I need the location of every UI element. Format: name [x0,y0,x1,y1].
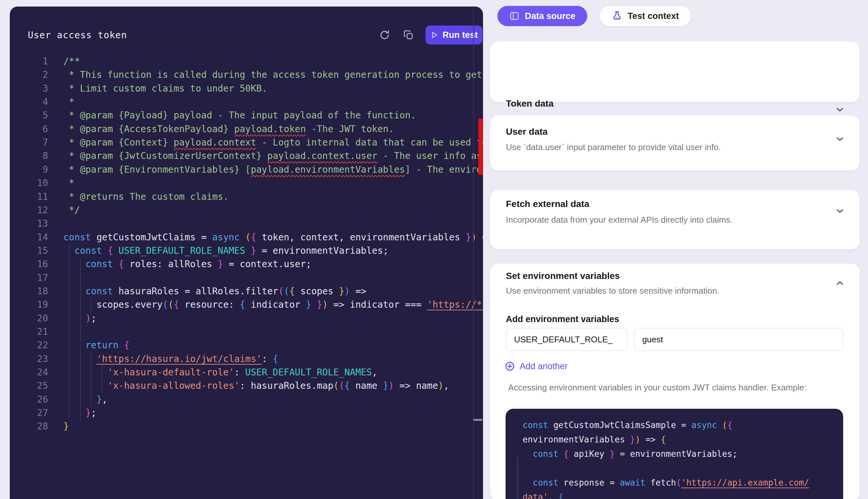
code-line[interactable]: 10 * [23,176,483,190]
code-line[interactable]: 6 * @param {AccessTokenPayload} payload.… [23,122,483,136]
line-number: 10 [23,176,48,190]
code-line[interactable]: 2 * This function is called during the a… [23,68,483,82]
code-line[interactable]: 16 const { roles: allRoles } = context.u… [23,257,483,271]
refresh-icon [379,29,391,42]
card-title: Fetch external data [506,199,589,209]
chevron-up-icon [835,284,845,289]
code-line[interactable]: 21 [23,325,483,339]
sample-code-line: environmentVariables }) => { [523,432,843,447]
add-another-button[interactable]: Add another [505,361,568,372]
circle-plus-icon [505,361,515,372]
indent-guide [69,325,70,339]
tab-data-source[interactable]: Data source [498,6,587,26]
expand-fetch-external-button[interactable] [835,206,845,216]
line-number: 23 [23,352,48,366]
card-title: User data [506,126,548,137]
sample-code-line [523,461,843,475]
line-number: 12 [23,203,48,217]
chevron-down-icon [835,111,845,116]
refresh-button[interactable] [377,28,392,42]
sample-code-block: const getCustomJwtClaimsSample = async (… [506,409,843,499]
line-number: 7 [23,136,48,149]
card-fetch-external-data: Fetch external data Incorporate data fro… [490,190,859,249]
card-title: Token data [506,98,554,109]
copy-icon [403,29,414,41]
code-line[interactable]: 13 [23,217,483,231]
copy-button[interactable] [401,28,416,42]
line-number: 20 [23,312,48,325]
chevron-down-icon [835,212,845,217]
code-line[interactable]: 15 const { USER_DEFAULT_ROLE_NAMES } = e… [23,244,483,258]
sample-code-line: data', { [523,490,843,499]
line-number: 14 [23,231,48,244]
editor-title: User access token [28,29,127,41]
code-line[interactable]: 28} [23,419,483,433]
code-line[interactable]: 17 [23,271,483,285]
sample-indent-guide [517,457,518,499]
line-number: 22 [23,339,48,352]
expand-token-data-button[interactable] [835,104,845,115]
code-line[interactable]: 1/** [23,54,483,68]
line-number: 17 [23,271,48,285]
card-subtitle: Use `data.user` input parameter to provi… [506,142,721,153]
add-another-label: Add another [520,361,568,372]
sample-code-line: const { apiKey } = environmentVariables; [523,447,843,461]
code-line[interactable]: 25 'x-hasura-allowed-roles': hasuraRoles… [23,379,483,393]
env-helper-text: Accessing environment variables in your … [508,382,807,393]
code-line[interactable]: 3 * Limit custom claims to under 50KB. [23,82,483,96]
line-number: 27 [23,406,48,420]
code-line[interactable]: 19 scopes.every(({ resource: { indicator… [23,298,483,312]
line-number: 18 [23,284,48,298]
line-number: 8 [23,149,48,163]
chevron-down-icon [835,140,845,145]
indent-guide [69,271,70,285]
code-line[interactable]: 9 * @param {EnvironmentVariables} [paylo… [23,163,483,177]
tab-data-source-label: Data source [525,11,576,21]
indent-guide [80,325,81,339]
line-number: 9 [23,163,48,177]
code-line[interactable]: 22 return { [23,339,483,352]
line-number: 6 [23,122,48,136]
code-line[interactable]: 27 }; [23,406,483,420]
run-test-label: Run test [442,30,478,40]
code-line[interactable]: 14const getCustomJwtClaims = async ({ to… [23,231,483,244]
tab-test-context[interactable]: Test context [600,6,691,26]
code-line[interactable]: 18 const hasuraRoles = allRoles.filter((… [23,284,483,298]
sample-code-line: const response = await fetch('https://ap… [523,475,843,490]
code-line[interactable]: 4 * [23,95,483,109]
code-line[interactable]: 20 ); [23,312,483,325]
code-line[interactable]: 12 */ [23,203,483,217]
code-line[interactable]: 5 * @param {Payload} payload - The input… [23,109,483,122]
line-number: 5 [23,109,48,122]
collapse-environment-variables-button[interactable] [835,278,845,289]
sample-code-lines: const getCustomJwtClaimsSample = async (… [506,409,843,499]
line-number: 21 [23,325,48,339]
overview-error-marker [478,119,483,175]
env-key-input[interactable] [506,328,628,351]
card-title: Set environment variables [506,271,620,281]
line-number: 16 [23,257,48,271]
line-number: 11 [23,190,48,204]
code-area[interactable]: 1/**2 * This function is called during t… [10,54,483,499]
indent-guide [80,271,81,285]
line-number: 4 [23,95,48,109]
horizontal-scrollbar[interactable] [473,419,482,421]
panel-left-icon [509,11,520,21]
code-line[interactable]: 26 }, [23,393,483,406]
code-line[interactable]: 23 'https://hasura.io/jwt/claims': { [23,352,483,366]
env-value-input[interactable] [634,328,843,351]
flask-icon [612,11,622,22]
editor-ruler-line [473,10,474,499]
expand-user-data-button[interactable] [835,134,845,144]
card-subtitle: Use environment variables to store sensi… [506,286,719,296]
code-line[interactable]: 7 * @param {Context} payload.context - L… [23,136,483,149]
code-line[interactable]: 24 'x-hasura-default-role': USER_DEFAULT… [23,366,483,379]
code-line[interactable]: 11 * @returns The custom claims. [23,190,483,204]
code-line[interactable]: 8 * @param {JwtCustomizerUserContext} pa… [23,149,483,163]
line-number: 2 [23,68,48,82]
panel-tabbar: Data source Test context [498,6,691,26]
line-number: 13 [23,217,48,231]
line-number: 1 [23,54,48,68]
line-number: 28 [23,419,48,433]
line-number: 3 [23,82,48,96]
